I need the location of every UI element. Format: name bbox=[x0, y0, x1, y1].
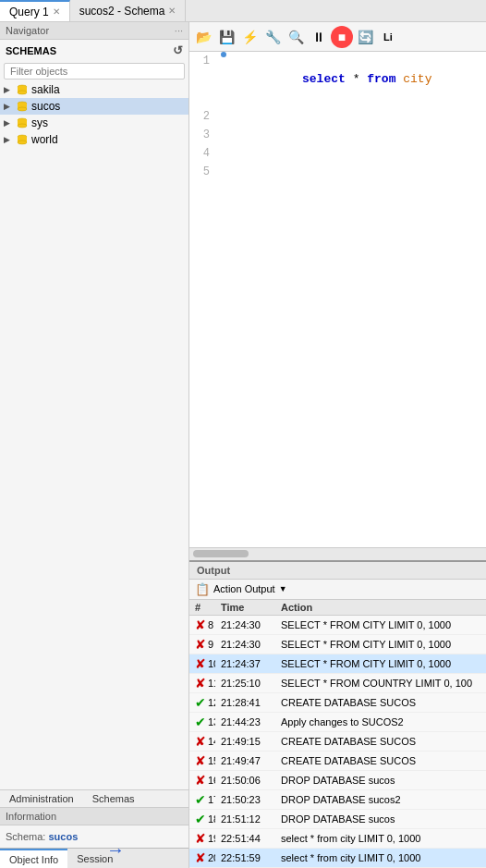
table-row[interactable]: ✘ 15 21:49:47 CREATE DATABASE SUCOS bbox=[189, 752, 486, 771]
editor-line-2: 2 bbox=[189, 107, 486, 126]
schema-list: ▶ sakila ▶ sucos ▶ sys ▶ world bbox=[0, 81, 188, 789]
schema-name-sys: sys bbox=[31, 116, 48, 129]
row-time: 22:51:59 bbox=[215, 849, 275, 868]
row-number: 11 bbox=[208, 678, 215, 689]
admin-tabs: Administration Schemas bbox=[0, 790, 188, 808]
expand-sys-icon: ▶ bbox=[4, 118, 13, 128]
table-row[interactable]: ✘ 16 21:50:06 DROP DATABASE sucos bbox=[189, 771, 486, 790]
tab-schema-label: sucos2 - Schema bbox=[79, 5, 165, 18]
output-header: Output bbox=[189, 562, 486, 580]
output-icon: 📋 bbox=[195, 582, 210, 596]
row-action: SELECT * FROM COUNTRY LIMIT 0, 100 bbox=[275, 674, 486, 693]
row-action: SELECT * FROM CITY LIMIT 0, 1000 bbox=[275, 635, 486, 654]
status-icon: ✘ bbox=[195, 734, 206, 749]
toolbar-open-btn[interactable]: 📂 bbox=[192, 26, 214, 48]
row-num: ✘ 20 bbox=[189, 849, 215, 868]
line-num-5: 5 bbox=[189, 163, 217, 181]
row-time: 21:24:30 bbox=[215, 615, 275, 635]
table-row[interactable]: ✘ 8 21:24:30 SELECT * FROM CITY LIMIT 0,… bbox=[189, 615, 486, 635]
bottom-object-tabs: Object Info Session bbox=[0, 848, 188, 868]
status-icon: ✔ bbox=[195, 715, 206, 729]
toolbar-li-btn[interactable]: Li bbox=[377, 26, 399, 48]
status-icon: ✘ bbox=[195, 656, 206, 671]
table-row[interactable]: ✔ 12 21:28:41 CREATE DATABASE SUCOS bbox=[189, 693, 486, 713]
line-content-3 bbox=[230, 126, 486, 144]
row-time: 22:51:44 bbox=[215, 829, 275, 849]
admin-tab-schemas[interactable]: Schemas bbox=[83, 790, 144, 807]
line-num-3: 3 bbox=[189, 126, 217, 144]
row-action: SELECT * FROM CITY LIMIT 0, 1000 bbox=[275, 615, 486, 635]
line-content-5 bbox=[230, 163, 486, 181]
dropdown-chevron-icon: ▼ bbox=[279, 584, 287, 593]
toolbar-stop-btn[interactable]: ■ bbox=[331, 26, 353, 48]
table-row[interactable]: ✘ 9 21:24:30 SELECT * FROM CITY LIMIT 0,… bbox=[189, 635, 486, 654]
db-icon-sakila bbox=[16, 83, 29, 96]
admin-tab-administration[interactable]: Administration bbox=[0, 790, 83, 807]
hscroll-thumb[interactable] bbox=[193, 550, 249, 557]
schema-item-sakila[interactable]: ▶ sakila bbox=[0, 81, 188, 98]
toolbar-refresh-btn[interactable]: 🔄 bbox=[354, 26, 376, 48]
bottom-tab-object-info[interactable]: Object Info bbox=[0, 849, 67, 868]
tab-schema[interactable]: sucos2 - Schema ✕ bbox=[70, 0, 187, 21]
toolbar-execute-btn[interactable]: ⚡ bbox=[238, 26, 261, 48]
output-toolbar: 📋 Action Output ▼ bbox=[189, 580, 486, 600]
row-number: 17 bbox=[208, 794, 215, 805]
row-time: 21:49:47 bbox=[215, 752, 275, 771]
arrow-right-icon: → bbox=[106, 839, 125, 861]
row-num: ✘ 8 bbox=[189, 616, 215, 635]
tab-schema-close[interactable]: ✕ bbox=[168, 6, 176, 16]
row-action: DROP DATABASE sucos bbox=[275, 771, 486, 790]
output-table-container[interactable]: # Time Action ✘ 8 21:24:30 SELECT * FROM… bbox=[189, 600, 486, 869]
toolbar-save-btn[interactable]: 💾 bbox=[215, 26, 237, 48]
schema-item-sys[interactable]: ▶ sys bbox=[0, 115, 188, 131]
expand-world-icon: ▶ bbox=[4, 135, 13, 144]
row-num: ✔ 18 bbox=[189, 810, 215, 829]
status-icon: ✘ bbox=[195, 831, 206, 846]
table-row[interactable]: ✔ 13 21:44:23 Apply changes to SUCOS2 bbox=[189, 713, 486, 732]
filter-input[interactable] bbox=[4, 63, 185, 79]
row-time: 21:49:15 bbox=[215, 732, 275, 752]
table-row[interactable]: ✔ 17 21:50:23 DROP DATABASE sucos2 bbox=[189, 790, 486, 810]
toolbar-search-btn[interactable]: 🔍 bbox=[285, 26, 307, 48]
right-panel: 📂 💾 ⚡ 🔧 🔍 ⏸ ■ 🔄 Li 1 select * from city … bbox=[189, 22, 486, 868]
svg-point-8 bbox=[18, 124, 27, 128]
line-content-4 bbox=[230, 144, 486, 163]
hscroll-bar[interactable] bbox=[189, 547, 486, 560]
editor-line-5: 5 bbox=[189, 163, 486, 181]
row-number: 14 bbox=[208, 736, 215, 747]
editor-area[interactable]: 1 select * from city 2 3 4 bbox=[189, 52, 486, 547]
table-row[interactable]: ✘ 14 21:49:15 CREATE DATABASE SUCOS bbox=[189, 732, 486, 752]
table-row[interactable]: ✘ 11 21:25:10 SELECT * FROM COUNTRY LIMI… bbox=[189, 674, 486, 693]
db-icon-sucos bbox=[16, 100, 29, 113]
row-time: 21:25:10 bbox=[215, 674, 275, 693]
status-icon: ✘ bbox=[195, 850, 206, 865]
toolbar-pause-btn[interactable]: ⏸ bbox=[308, 26, 330, 48]
toolbar-explain-btn[interactable]: 🔧 bbox=[261, 26, 284, 48]
refresh-icon[interactable]: ↺ bbox=[173, 43, 183, 57]
status-icon: ✘ bbox=[195, 773, 206, 788]
col-header-time: Time bbox=[215, 600, 275, 616]
tab-query1-close[interactable]: ✕ bbox=[53, 6, 60, 17]
db-icon-sys bbox=[16, 116, 29, 129]
schema-item-sucos[interactable]: ▶ sucos bbox=[0, 98, 188, 115]
row-time: 21:28:41 bbox=[215, 693, 275, 713]
schema-item-world[interactable]: ▶ world bbox=[0, 131, 188, 148]
tab-bar: Query 1 ✕ sucos2 - Schema ✕ bbox=[0, 0, 486, 22]
table-row[interactable]: ✘ 19 22:51:44 select * from city LIMIT 0… bbox=[189, 829, 486, 849]
status-icon: ✘ bbox=[195, 617, 206, 632]
status-icon: ✔ bbox=[195, 695, 206, 710]
row-time: 21:24:37 bbox=[215, 654, 275, 674]
row-action: DROP DATABASE sucos bbox=[275, 810, 486, 829]
row-time: 21:51:12 bbox=[215, 810, 275, 829]
schemas-label: SCHEMAS bbox=[6, 45, 56, 56]
table-row[interactable]: ✘ 10 21:24:37 SELECT * FROM CITY LIMIT 0… bbox=[189, 654, 486, 674]
db-icon-world bbox=[16, 133, 29, 146]
row-num: ✘ 15 bbox=[189, 752, 215, 771]
tab-query1[interactable]: Query 1 ✕ bbox=[0, 0, 70, 21]
table-row[interactable]: ✔ 18 21:51:12 DROP DATABASE sucos bbox=[189, 810, 486, 829]
table-row[interactable]: ✘ 20 22:51:59 select * from city LIMIT 0… bbox=[189, 849, 486, 868]
row-number: 8 bbox=[208, 619, 213, 630]
status-icon: ✔ bbox=[195, 792, 206, 807]
action-output-dropdown[interactable]: Action Output ▼ bbox=[213, 583, 287, 594]
row-action: CREATE DATABASE SUCOS bbox=[275, 693, 486, 713]
